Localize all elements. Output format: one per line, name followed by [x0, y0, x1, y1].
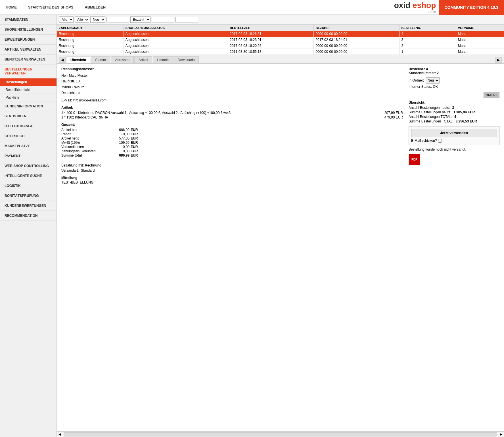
sidebar-item-kundenbewertungen[interactable]: KUNDENBEWERTUNGEN [0, 201, 57, 211]
anzahl-heute: Anzahl Bestellungen heute: 3 [409, 106, 499, 110]
summe-total-value: 3.256,53 EUR [455, 119, 477, 123]
gesamt-title: Gesamt: [61, 123, 403, 127]
sidebar-subitem-bestellubersicht[interactable]: Bestellübersicht [0, 86, 57, 94]
payment-method-value: Rechnung [85, 163, 102, 167]
total-unit: EUR [131, 141, 138, 145]
total-row: Rabatt- 0,00EUR [61, 132, 403, 136]
versandart-info: Versandart: Standard [61, 168, 403, 172]
sidebar-item-artikel[interactable]: ARTIKEL VERWALTEN [0, 45, 57, 55]
filter-dropdown-4[interactable]: Bezahlt [130, 16, 150, 23]
filter-dropdown-2[interactable]: Alle [75, 16, 89, 23]
sidebar-item-statistiken[interactable]: STATISTIKEN [0, 111, 57, 121]
summe-heute-value: 1.305,94 EUR [453, 110, 475, 114]
send-button[interactable]: Jetzt versenden [411, 129, 497, 137]
artikel-price-1: 207,99 EUR [384, 111, 403, 115]
xml-button[interactable]: XML Ex [484, 92, 499, 98]
total-row: Versandkosten0,00EUR [61, 145, 403, 149]
col-bezahlt: BEZAHLT [314, 25, 400, 31]
sidebar-item-gutesiegel[interactable]: GÜTESIEGEL [0, 131, 57, 141]
orders-list-section: Alle Alle Neu Bezahlt ZAHL [57, 15, 504, 55]
sidebar-item-recommendation[interactable]: RECOMMENDATION [0, 211, 57, 221]
col-vorname: VORNAME [456, 25, 504, 31]
sidebar-item-logistik[interactable]: LOGISTIK [0, 181, 57, 191]
col-bestellzeit: BESTELLZEIT [228, 25, 314, 31]
nav-startseite[interactable]: STARTSEITE DES SHOPS [28, 5, 73, 9]
totals-section: Artikel brutto686,99EURRabatt- 0,00EURAr… [61, 128, 403, 157]
send-area: Jetzt versenden E-Mail schicken? [409, 126, 499, 145]
logo-text: oxid eshop [394, 1, 436, 10]
scroll-track[interactable] [64, 432, 497, 436]
tab-adressen[interactable]: Adressen [111, 56, 134, 63]
payment-method-label: Bezahlung mit: [61, 163, 84, 167]
tab-artikel[interactable]: Artikel [134, 56, 152, 63]
mitteilung-title: Mitteilung [61, 176, 403, 180]
table-cell: 0000-00-00 00:00:00 [314, 49, 400, 55]
table-cell: Marc [456, 43, 504, 49]
logo-wrapper: oxid eshop admin [394, 1, 439, 14]
table-row[interactable]: RechnungAbgeschlossen2017-02-03 18:20:26… [57, 43, 504, 49]
table-cell: 4 [400, 31, 456, 37]
community-badge: COMMUNITY EDITION 4.10.3 [439, 0, 504, 15]
col-zahlungsart: ZAHLUNGSART [57, 25, 124, 31]
filter-dropdown-3[interactable]: Neu [90, 16, 105, 23]
in-ordner-select[interactable]: Neu [426, 77, 440, 84]
sidebar-item-kundeninformation[interactable]: KUNDENINFORMATION [0, 101, 57, 111]
sidebar-item-oxid-exchange[interactable]: OXID EXCHANGE [0, 121, 57, 131]
email-line: E-Mail: info@oxid-esales.com [61, 98, 403, 102]
sidebar-item-benutzer[interactable]: BENUTZER VERWALTEN [0, 55, 57, 64]
filter-input-2[interactable] [152, 17, 174, 22]
nav-abmelden[interactable]: ABMELDEN [85, 5, 106, 9]
tab-downloads[interactable]: Downloads [173, 56, 199, 63]
sidebar-item-marktplatze[interactable]: MARKTPLÄTZE [0, 141, 57, 151]
sidebar-item-bestellungen-verwalten[interactable]: BESTELLUNGEN VERWALTEN [0, 64, 57, 78]
artikel-desc-2: 1 * 1302 Kiteboard CABRINHA [61, 115, 382, 119]
table-row[interactable]: RechnungAbgeschlossen2017-02-03 18:23:01… [57, 37, 504, 43]
sidebar-item-bonitatsprufung[interactable]: BONITÄTSPRÜFUNG [0, 191, 57, 201]
filter-input-3[interactable] [175, 17, 198, 22]
email-check-row: E-Mail schicken? [411, 139, 497, 143]
table-row[interactable]: RechnungAbgeschlossen2017-02-03 18:26:31… [57, 31, 504, 37]
table-row[interactable]: RechnungAbgeschlossen2011-03-30 10:55:13… [57, 49, 504, 55]
tab-scroll-right[interactable]: ▶ [495, 57, 502, 63]
table-cell: 0000-00-00 00:00:00 [314, 43, 400, 49]
filter-dropdown-1[interactable]: Alle [59, 16, 74, 23]
filter-input-1[interactable] [106, 17, 129, 22]
logo-area: oxid eshop admin [394, 1, 439, 14]
pdf-icon[interactable]: PDF [409, 154, 420, 165]
sidebar: STAMMDATEN SHOPEINSTELLUNGEN ERWEITERUNG… [0, 15, 57, 437]
in-ordner-label: In Ordner: [409, 78, 424, 82]
mitteilung-section: Mitteilung TEST-BESTELLUNG [61, 176, 403, 184]
total-unit: EUR [131, 145, 138, 149]
ubersicht-title: Übersicht: [409, 101, 499, 105]
table-cell: Marc [456, 31, 504, 37]
col-bestellnr: BESTELLNR. [400, 25, 456, 31]
tab-stamm[interactable]: Stamm [91, 56, 110, 63]
tab-historie[interactable]: Historie [153, 56, 173, 63]
total-label: Artikel brutto [61, 128, 107, 132]
sidebar-subitem-bestellungen[interactable]: Bestellungen [0, 78, 57, 86]
sidebar-item-web-shop-controlling[interactable]: WEB SHOP CONTROLLING [0, 161, 57, 171]
scroll-right-arrow[interactable]: ▶ [498, 432, 504, 436]
kundennummer-label: Kundennummer: 2 [409, 71, 499, 75]
table-cell: 0000-00-00 00:00:00 [314, 31, 400, 37]
sidebar-item-intelligente-suche[interactable]: INTELLIGENTE SUCHE [0, 171, 57, 181]
sidebar-item-payment[interactable]: PAYMENT [0, 151, 57, 161]
total-row: Summe total686,99EUR [61, 153, 403, 157]
bestellnr-label: Bestellnr.: 4 [409, 67, 499, 71]
header: HOME STARTSEITE DES SHOPS ABMELDEN oxid … [0, 0, 504, 15]
sidebar-item-stammdaten[interactable]: STAMMDATEN [0, 15, 57, 25]
bottom-scrollbar: ◀ ▶ [57, 431, 504, 437]
address-name: Herr Marc Muster [61, 73, 403, 78]
address-zip-city: 79098 Freiburg [61, 84, 403, 90]
sidebar-item-erweiterungen[interactable]: ERWEITERUNGEN [0, 35, 57, 45]
sidebar-subitem-packliste[interactable]: Packliste [0, 94, 57, 101]
nav-home[interactable]: HOME [6, 5, 17, 9]
logo-admin: admin [394, 10, 436, 14]
folder-row: In Ordner: Neu [409, 77, 499, 84]
scroll-left-arrow[interactable]: ◀ [57, 432, 62, 436]
tab-scroll-left[interactable]: ◀ [59, 57, 66, 63]
sidebar-item-shopeinstellungen[interactable]: SHOPEINSTELLUNGEN [0, 25, 57, 35]
payment-info: Bezahlung mit: Rechnung [61, 163, 403, 167]
tab-ubersicht[interactable]: Übersicht [66, 56, 90, 63]
email-check-checkbox[interactable] [438, 139, 442, 143]
